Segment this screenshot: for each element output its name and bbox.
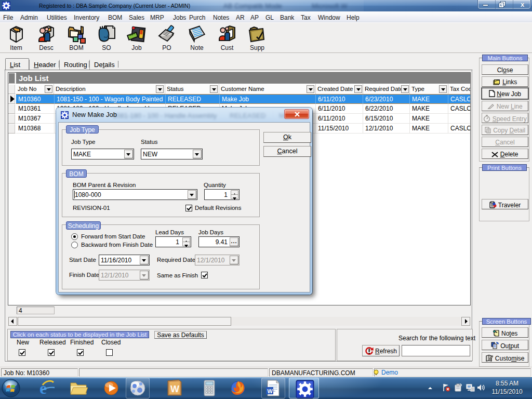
svg-text:W: W [268,388,273,394]
svg-text:W: W [170,384,179,394]
